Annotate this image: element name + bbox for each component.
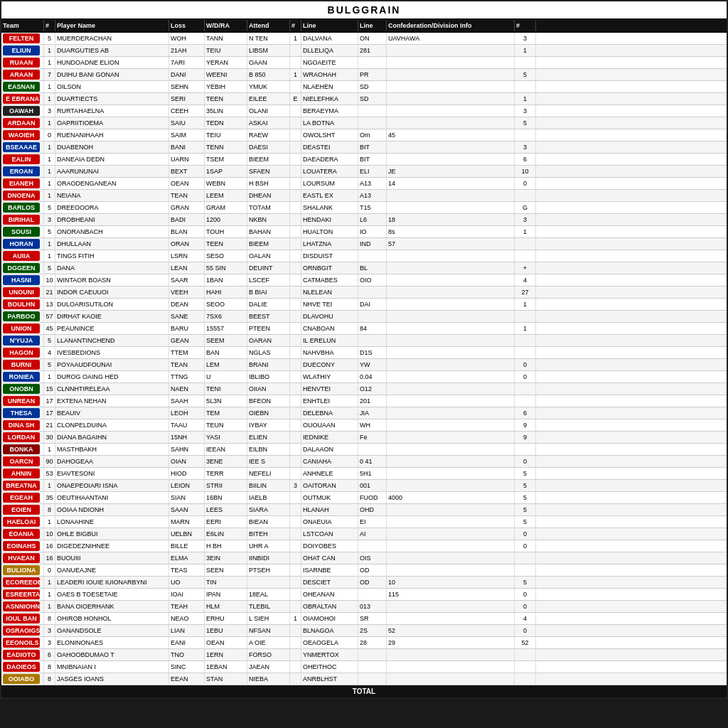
team-badge: OSRAOIGS xyxy=(3,626,40,636)
table-row: ECOREEOE 1 LEADERI IOUIE IUIONARBYNI UO … xyxy=(1,577,727,589)
player-cell: OOIAA NDIONH xyxy=(55,504,169,515)
player-cell: ELONINONAES xyxy=(55,637,169,648)
line-cell: DLAVOHU xyxy=(301,311,358,322)
num1-cell: 21 xyxy=(44,287,55,298)
num1-cell: 1 xyxy=(44,589,55,600)
pts-cell: 1 xyxy=(515,323,536,334)
num1-cell: 0 xyxy=(44,564,55,576)
table-row: EIANEH 1 ORAODENGANEAN OEAN WEBN H BSH L… xyxy=(1,178,727,190)
attend-cell: BRANI xyxy=(247,359,290,370)
line-cell: LOUATERA xyxy=(301,166,358,177)
team-badge: WAOIEH xyxy=(3,130,40,140)
team-badge: OOIABO xyxy=(3,674,40,684)
line-cell: LOURSUM xyxy=(301,178,358,189)
team-cell: BSEAAAE xyxy=(1,141,44,153)
conf-cell xyxy=(387,468,515,479)
attend-cell: H BSH xyxy=(247,178,290,189)
wdra-cell: STAN xyxy=(205,673,247,685)
loss-cell: SAAN xyxy=(169,504,205,515)
attend-cell: FORSO xyxy=(247,649,290,660)
col-line2: Line xyxy=(358,20,387,31)
loss-cell: SERI xyxy=(169,93,205,105)
attend-cell: IINBIDI xyxy=(247,552,290,564)
table-row: AHNIN 53 EIAVTESONI HIOD TERR NEFELI ANH… xyxy=(1,468,727,480)
line-cell: YNMERTOX xyxy=(301,649,358,660)
team-cell: RUAAN xyxy=(1,57,44,68)
pts-cell: 27 xyxy=(515,287,536,298)
player-cell: BANA OIOERHANK xyxy=(55,601,169,612)
team-badge: EEONOILS xyxy=(3,638,40,648)
line-cell: NHVE TEI xyxy=(301,299,358,310)
num2-cell xyxy=(290,407,301,419)
num2-cell xyxy=(290,226,301,237)
num2-cell xyxy=(290,359,301,370)
pts-cell: 0 xyxy=(515,178,536,189)
pts-cell: 5 xyxy=(515,468,536,479)
team-cell: OARCN xyxy=(1,456,44,467)
player-cell: ONAEPEOIARI ISNA xyxy=(55,480,169,491)
num2-cell xyxy=(290,141,301,153)
player-cell: NEIANA xyxy=(55,190,169,201)
loss-cell: SINC xyxy=(169,661,205,673)
team-badge: ARAAN xyxy=(3,70,40,80)
loss-cell: SAIU xyxy=(169,117,205,129)
pts-cell: 0 xyxy=(515,589,536,600)
conf-cell xyxy=(387,540,515,552)
loss-cell: LIAN xyxy=(169,625,205,636)
team-badge: EIANEH xyxy=(3,178,40,188)
line-cell: ONAEUIA xyxy=(301,516,358,528)
pts-cell xyxy=(515,81,536,92)
num2-cell xyxy=(290,214,301,225)
num1-cell: 5 xyxy=(44,359,55,370)
pts-cell: 0 xyxy=(515,540,536,552)
team-badge: LORDAN xyxy=(3,432,40,442)
player-cell: LLANANTINCHEND xyxy=(55,335,169,346)
table-row: ELIUN 1 DUARGUTIES AB 21AH TEIU LIBSM DL… xyxy=(1,45,727,57)
player-cell: EXTENA NEHAN xyxy=(55,395,169,407)
wdra-cell: OEAN xyxy=(205,637,247,648)
num1-cell: 1 xyxy=(44,166,55,177)
wdra-cell: TEIU xyxy=(205,45,247,56)
attend-cell: NFSAN xyxy=(247,625,290,636)
line-cell: CNABOAN xyxy=(301,323,358,334)
team-badge: BURNI xyxy=(3,360,40,370)
line-cell: IEDNIKE xyxy=(301,432,358,443)
pts-cell: 5 xyxy=(515,492,536,503)
line-cell: CATMABES xyxy=(301,274,358,286)
num1-cell: 7 xyxy=(44,69,55,80)
ln2-cell: 001 xyxy=(358,480,387,491)
line-cell: NIELEFHKA xyxy=(301,93,358,105)
ln2-cell: 0 41 xyxy=(358,456,387,467)
wdra-cell: GRAM xyxy=(205,202,247,213)
num2-cell xyxy=(290,335,301,346)
table-row: HAELOAI 1 LONAAHINE MARN EERI BIEAN ONAE… xyxy=(1,516,727,528)
team-badge: HORAN xyxy=(3,239,40,249)
team-cell: EADIOTO xyxy=(1,649,44,660)
pts-cell: 0 xyxy=(515,456,536,467)
table-row: RONIEA 1 DUROG OAING HED TTNG U IBLIBO W… xyxy=(1,371,727,383)
num1-cell: 8 xyxy=(44,661,55,673)
loss-cell: TTEM xyxy=(169,347,205,358)
num1-cell: 1 xyxy=(44,480,55,491)
attend-cell: ELIEN xyxy=(247,432,290,443)
team-cell: HORAN xyxy=(1,238,44,250)
loss-cell: BILLE xyxy=(169,540,205,552)
conf-cell xyxy=(387,141,515,153)
table-row: N'YUJA 5 LLANANTINCHEND GEAN SEEM OARAN … xyxy=(1,335,727,347)
conf-cell: 18 xyxy=(387,214,515,225)
line-cell: ORNBGIT xyxy=(301,262,358,274)
wdra-cell: 1EBU xyxy=(205,625,247,636)
num2-cell: 1 xyxy=(290,69,301,80)
line-cell: NAHVBHA xyxy=(301,347,358,358)
num2-cell xyxy=(290,262,301,274)
team-badge: BREATNA xyxy=(3,481,40,491)
team-badge: THESA xyxy=(3,408,40,418)
col-conf: Confederation/Division Info xyxy=(387,20,515,31)
ln2-cell: 281 xyxy=(358,45,387,56)
num2-cell xyxy=(290,105,301,117)
team-cell: EGEAH xyxy=(1,492,44,503)
conf-cell xyxy=(387,564,515,576)
ln2-cell: FUOD xyxy=(358,492,387,503)
loss-cell: SAAH xyxy=(169,395,205,407)
attend-cell: OARAN xyxy=(247,335,290,346)
